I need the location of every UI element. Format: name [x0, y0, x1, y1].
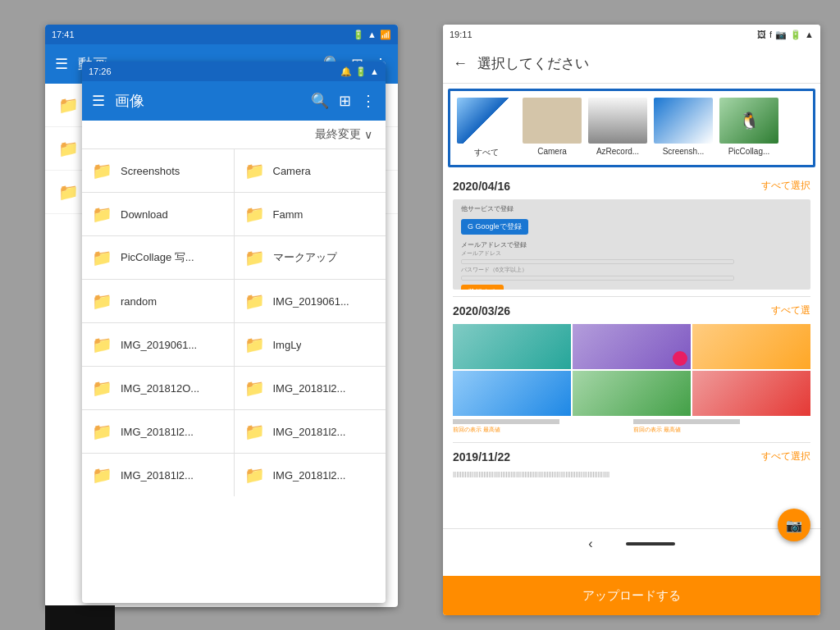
folder-icon: 📁 — [92, 204, 112, 224]
thumb-info: 前回の表示 最高値 前回の表示 最高値 — [453, 419, 810, 434]
upload-label: アップロードする — [582, 588, 681, 604]
battery-icon-right: 🔋 — [790, 30, 801, 40]
folder-name: IMG_20181l2... — [273, 426, 346, 438]
category-thumb-camera — [523, 98, 582, 144]
list-item[interactable]: 📁IMG_20181l2... — [235, 454, 386, 496]
folder-name: random — [121, 295, 157, 308]
folder-name: マークアップ — [273, 250, 337, 265]
category-thumb-all — [457, 98, 516, 144]
list-item[interactable]: 📁ImgLy — [235, 323, 386, 366]
thumb-cell[interactable] — [692, 371, 810, 416]
list-item[interactable]: 📁IMG_20181l2... — [235, 367, 386, 409]
category-item-screenshot[interactable]: Screensh... — [654, 98, 713, 158]
folder-icon: 📁 — [92, 161, 112, 180]
thumb-cell[interactable] — [573, 324, 691, 369]
select-all-btn-1[interactable]: すべて選択 — [761, 179, 810, 193]
folder-name: IMG_201812O... — [121, 382, 199, 395]
list-item[interactable]: 📁マークアップ — [235, 236, 386, 279]
folder-name: IMG_2019061... — [121, 339, 197, 351]
folder-icon: 📁 — [58, 95, 79, 115]
select-all-btn-2[interactable]: すべて選 — [771, 304, 810, 317]
date-header-3: 2019/11/22 すべて選択 — [453, 450, 810, 463]
status-icons-back: 🔋 ▲ 📶 — [353, 30, 391, 40]
folder-icon: 📁 — [92, 422, 112, 441]
date-text-2: 2020/03/26 — [453, 304, 510, 317]
toolbar-title-front: 画像 — [115, 91, 301, 111]
folder-icon: 📁 — [92, 465, 112, 485]
list-item[interactable]: 📁Download — [82, 193, 234, 235]
category-item-camera[interactable]: Camera — [523, 98, 582, 158]
list-item[interactable]: 📁IMG_2019061... — [235, 280, 386, 322]
list-item[interactable]: 📁random — [82, 280, 234, 322]
category-item-piccollage[interactable]: 🐧 PicCollag... — [719, 98, 778, 158]
instagram-icon: 📷 — [775, 30, 787, 40]
list-item[interactable]: 📁IMG_201812O... — [82, 367, 234, 409]
time-right: 19:11 — [450, 30, 472, 39]
folder-icon: 📁 — [244, 204, 265, 224]
folder-icon: 📁 — [244, 248, 265, 267]
folder-name: Famm — [273, 208, 304, 221]
thumb-cell[interactable] — [692, 324, 810, 369]
register-btn-mock: 登録する — [461, 285, 504, 290]
screen-right: 19:11 🖼 f 📷 🔋 ▲ ← 選択してください すべて Camera Az… — [443, 25, 820, 615]
folder-icon: 📁 — [244, 422, 265, 441]
list-item[interactable]: 📁IMG_20181l2... — [235, 410, 386, 453]
category-strip: すべて Camera AzRecord... Screensh... 🐧 Pic… — [448, 89, 815, 167]
folder-icon: 📁 — [92, 335, 112, 354]
category-label-piccollage: PicCollag... — [728, 147, 770, 156]
list-item[interactable]: 📁Camera — [235, 149, 386, 192]
back-icon[interactable]: ← — [453, 55, 468, 72]
category-item-azrec[interactable]: AzRecord... — [588, 98, 647, 158]
home-indicator — [626, 542, 675, 546]
category-item-all[interactable]: すべて — [457, 98, 516, 158]
folder-icon: 📁 — [244, 335, 265, 354]
search-icon-front[interactable]: 🔍 — [311, 92, 329, 110]
date-text-1: 2020/04/16 — [453, 180, 510, 193]
category-thumb-piccollage: 🐧 — [719, 98, 778, 144]
folder-icon: 📁 — [92, 248, 112, 267]
wifi-icon: ▲ — [368, 30, 377, 39]
fab-button[interactable]: 📷 — [778, 509, 810, 541]
barcode-text: ||||||||||||||||||||||||||||||||||||||||… — [453, 470, 810, 477]
photo-icon: 🖼 — [757, 30, 766, 39]
date-section-2: 2020/03/26 すべて選 前回の表示 最高値 前回の表示 最高値 — [443, 297, 820, 442]
list-item[interactable]: 📁IMG_2019061... — [82, 323, 234, 366]
more-icon-front[interactable]: ⋮ — [361, 92, 376, 110]
list-item[interactable]: 📁Screenshots — [82, 149, 234, 192]
thumb-cell[interactable] — [573, 371, 691, 416]
folder-icon: 📁 — [92, 291, 112, 311]
nav-back-icon[interactable]: ‹ — [588, 536, 592, 551]
wifi-icon-right: ▲ — [805, 30, 814, 39]
list-item[interactable]: 📁PicCollage 写... — [82, 236, 234, 279]
status-bar-back: 17:41 🔋 ▲ 📶 — [45, 25, 398, 44]
wifi-icon-front: ▲ — [370, 66, 379, 76]
status-icons-right: 🖼 f 📷 🔋 ▲ — [757, 30, 814, 40]
folder-icon: 📁 — [244, 161, 265, 180]
folder-name: ImgLy — [273, 339, 302, 351]
date-image-1: 他サービスで登録 G Googleで登録 メールアドレスで登録 メールアドレス … — [453, 199, 810, 290]
list-item[interactable]: 📁Famm — [235, 193, 386, 235]
grid-icon-front[interactable]: ⊞ — [339, 92, 351, 110]
menu-icon-back[interactable]: ☰ — [55, 55, 68, 73]
folder-icon: 📁 — [58, 139, 79, 158]
thumb-grid-1 — [453, 324, 810, 416]
thumb-cell[interactable] — [453, 324, 571, 369]
nav-items: ‹ — [588, 536, 674, 551]
upload-button[interactable]: アップロードする — [443, 576, 820, 615]
sort-label: 最終変更 — [315, 127, 361, 142]
folder-icon: 📁 — [92, 378, 112, 398]
folder-name: Download — [121, 208, 168, 221]
category-label-all: すべて — [474, 147, 499, 158]
menu-icon-front[interactable]: ☰ — [92, 92, 105, 110]
chevron-down-icon[interactable]: ∨ — [364, 128, 372, 141]
select-all-btn-3[interactable]: すべて選択 — [761, 450, 810, 463]
sort-bar: 最終変更 ∨ — [82, 121, 386, 149]
category-label-camera: Camera — [537, 147, 567, 156]
thumb-cell[interactable] — [453, 371, 571, 416]
thumb-info-item: 前回の表示 最高値 — [453, 419, 630, 434]
notification-icon: 🔔 — [340, 66, 352, 77]
list-item[interactable]: 📁IMG_20181l2... — [82, 410, 234, 453]
list-item[interactable]: 📁IMG_20181l2... — [82, 454, 234, 496]
signal-icon: 📶 — [380, 30, 391, 40]
folder-name: IMG_20181l2... — [121, 426, 194, 438]
